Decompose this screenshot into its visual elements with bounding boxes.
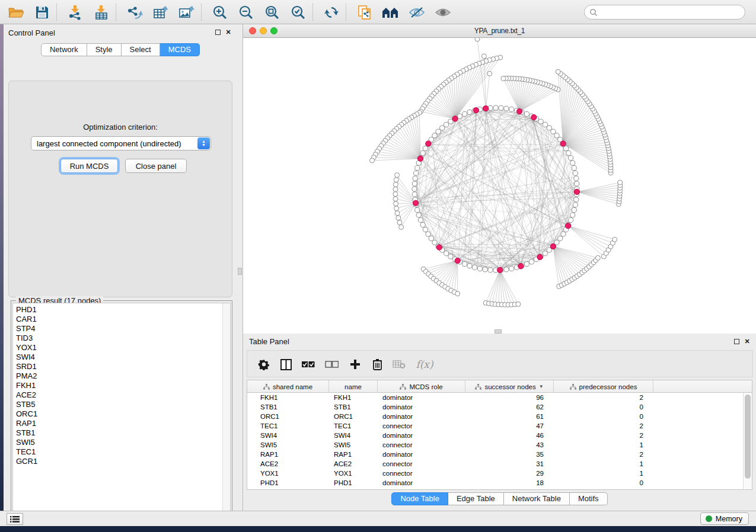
table-panel-title: Table Panel <box>249 337 289 346</box>
close-panel-icon[interactable]: ✕ <box>224 28 232 36</box>
network-graph-canvas[interactable] <box>243 38 756 334</box>
first-neighbors-icon[interactable] <box>382 4 400 21</box>
vertical-splitter[interactable] <box>237 24 243 511</box>
criterion-dropdown[interactable]: largest connected component (undirected)… <box>31 136 211 150</box>
column-header-shared-name[interactable]: shared name <box>247 380 329 393</box>
function-builder-icon[interactable]: f(x) <box>413 356 436 373</box>
table-row[interactable]: TEC1TEC1connector472 <box>247 421 743 431</box>
result-node[interactable]: STB1 <box>13 428 230 438</box>
refresh-icon[interactable] <box>323 4 340 21</box>
table-row[interactable]: SWI5SWI5connector431 <box>247 440 743 450</box>
sort-chevron-icon[interactable]: ▼ <box>539 384 544 389</box>
tab-network[interactable]: Network <box>41 43 87 56</box>
cell-successor_nodes: 29 <box>465 469 554 478</box>
search-input[interactable] <box>598 7 745 18</box>
delete-icon[interactable] <box>369 356 385 373</box>
table-scrollbar-thumb[interactable] <box>745 395 751 479</box>
cell-name: YOX1 <box>329 469 378 478</box>
table-scrollbar-track[interactable] <box>743 393 752 489</box>
clear-table-icon[interactable] <box>391 356 407 373</box>
tab-network-table[interactable]: Network Table <box>504 492 570 505</box>
open-file-icon[interactable] <box>7 4 25 21</box>
result-node[interactable]: FKH1 <box>13 381 230 390</box>
table-row[interactable]: RAP1RAP1dominator352 <box>247 450 743 459</box>
add-icon[interactable] <box>347 356 363 373</box>
export-image-icon[interactable] <box>178 4 196 21</box>
tab-style[interactable]: Style <box>87 43 122 56</box>
column-header-successor-nodes[interactable]: successor nodes▼ <box>465 380 554 393</box>
gear-icon[interactable] <box>256 356 272 373</box>
column-header-predecessor-nodes[interactable]: predecessor nodes <box>554 380 653 393</box>
zoom-fit-icon[interactable] <box>263 4 281 21</box>
table-row[interactable]: PHD1PHD1dominator180 <box>247 478 743 488</box>
table-row[interactable]: STB1STB1dominator620 <box>247 402 743 412</box>
select-all-icon[interactable] <box>299 356 316 373</box>
table-row[interactable]: ORC1ORC1dominator610 <box>247 412 743 421</box>
clone-network-icon[interactable] <box>356 4 374 21</box>
table-row[interactable]: FKH1FKH1dominator962 <box>247 393 743 402</box>
show-all-icon[interactable] <box>434 4 452 21</box>
memory-status-icon <box>706 515 712 522</box>
mcds-result-list[interactable]: PHD1CAR1STP4TID3YOX1SWI4SRD1PMA2FKH1ACE2… <box>12 303 231 519</box>
result-node[interactable]: STB5 <box>13 400 230 409</box>
table-row[interactable]: SWI4SWI4dominator462 <box>247 431 743 440</box>
result-node[interactable]: RAP1 <box>13 419 230 428</box>
cell-predecessor_nodes: 2 <box>554 450 653 459</box>
zoom-selected-icon[interactable] <box>289 4 307 21</box>
table-row[interactable]: ACE2ACE2connector311 <box>247 459 743 469</box>
result-node[interactable]: PHD1 <box>13 305 230 315</box>
column-header-MCDS-role[interactable]: MCDS role <box>378 380 465 393</box>
result-node[interactable]: SRD1 <box>13 362 230 371</box>
tab-motifs[interactable]: Motifs <box>570 492 608 505</box>
network-window-titlebar[interactable]: YPA_prune.txt_1 <box>243 24 756 38</box>
result-node[interactable]: TID3 <box>13 334 230 343</box>
horizontal-splitter-grip[interactable] <box>495 329 502 334</box>
columns-icon[interactable] <box>277 356 294 373</box>
cell-name: SWI4 <box>329 431 378 440</box>
result-node[interactable]: ORC1 <box>13 409 230 419</box>
hide-selected-icon[interactable] <box>408 4 426 21</box>
cell-predecessor_nodes: 2 <box>554 421 653 431</box>
result-node[interactable]: SWI5 <box>13 438 230 447</box>
float-table-panel-icon[interactable] <box>732 337 741 345</box>
control-panel-title: Control Panel <box>8 28 55 37</box>
export-table-icon[interactable] <box>152 4 170 21</box>
tab-edge-table[interactable]: Edge Table <box>448 492 504 505</box>
task-history-button[interactable] <box>7 513 23 525</box>
tab-mcds[interactable]: MCDS <box>160 43 200 56</box>
result-node[interactable]: GCR1 <box>13 457 230 466</box>
zoom-out-icon[interactable] <box>237 4 255 21</box>
result-node[interactable]: YOX1 <box>13 343 230 352</box>
result-node[interactable]: PMA2 <box>13 371 230 381</box>
table-row[interactable]: YOX1YOX1connector291 <box>247 469 743 478</box>
memory-button[interactable]: Memory <box>700 512 749 525</box>
search-box[interactable] <box>584 5 745 20</box>
float-panel-icon[interactable] <box>213 28 222 36</box>
cell-name: FKH1 <box>329 393 378 402</box>
result-node[interactable]: TEC1 <box>13 447 230 457</box>
tab-select[interactable]: Select <box>122 43 160 56</box>
cell-mcds_role: dominator <box>378 402 465 412</box>
save-session-icon[interactable] <box>33 4 51 21</box>
network-view-window: YPA_prune.txt_1 <box>243 24 756 334</box>
tab-node-table[interactable]: Node Table <box>391 492 448 505</box>
graph-fan-nodes[interactable] <box>370 38 623 307</box>
cell-name: PHD1 <box>329 478 378 488</box>
import-table-icon[interactable] <box>92 4 110 21</box>
close-panel-button[interactable]: Close panel <box>125 159 187 173</box>
result-node[interactable]: CAR1 <box>13 315 230 324</box>
import-network-icon[interactable] <box>66 4 84 21</box>
result-node[interactable]: STP4 <box>13 324 230 334</box>
run-mcds-button[interactable]: Run MCDS <box>60 159 118 173</box>
result-node[interactable]: ACE2 <box>13 390 230 400</box>
zoom-in-icon[interactable] <box>211 4 229 21</box>
deselect-all-icon[interactable] <box>323 356 340 373</box>
splitter-grip[interactable] <box>238 268 242 275</box>
mcds-tab-content: Optimization criterion: largest connecte… <box>8 81 232 297</box>
export-network-icon[interactable] <box>126 4 143 21</box>
cell-mcds_role: connector <box>378 440 465 450</box>
result-list-scrollbar[interactable] <box>222 303 230 518</box>
result-node[interactable]: SWI4 <box>13 352 230 362</box>
close-table-panel-icon[interactable]: ✕ <box>743 337 751 345</box>
column-header-name[interactable]: name <box>329 380 378 393</box>
